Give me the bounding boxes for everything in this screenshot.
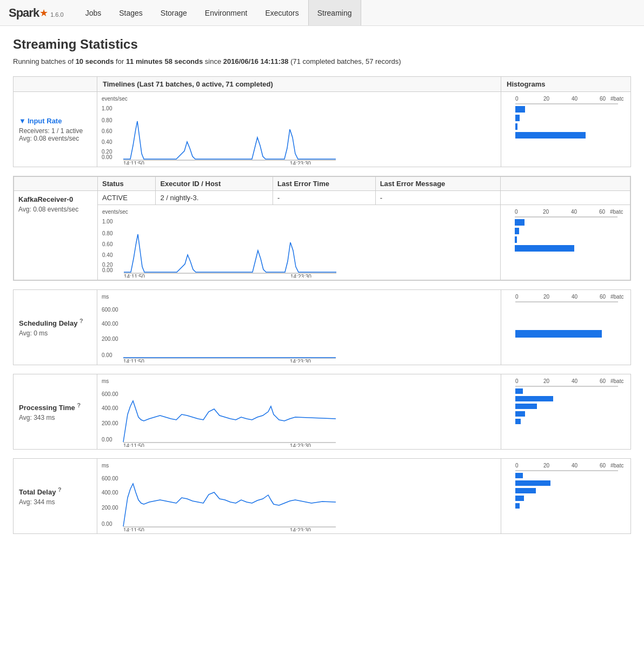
- nav-executors[interactable]: Executors: [256, 0, 308, 25]
- svg-text:60: 60: [600, 294, 606, 300]
- svg-text:14:23:30: 14:23:30: [290, 161, 311, 164]
- svg-text:#batches: #batches: [610, 96, 623, 102]
- svg-text:14:23:30: 14:23:30: [290, 274, 311, 278]
- svg-text:60: 60: [599, 209, 606, 215]
- svg-text:0.00: 0.00: [102, 437, 112, 443]
- svg-text:60: 60: [600, 463, 606, 469]
- total-delay-hist-cell: 0 20 40 60 #batches: [501, 459, 631, 534]
- svg-rect-38: [515, 236, 517, 243]
- svg-rect-69: [515, 388, 523, 394]
- svg-rect-19: [515, 132, 586, 138]
- total-delay-label-cell: Total Delay ? Avg: 344 ms: [14, 459, 97, 534]
- svg-text:400.00: 400.00: [102, 490, 118, 496]
- svg-rect-70: [515, 396, 553, 401]
- nav-links: Jobs Stages Storage Environment Executor…: [77, 0, 361, 25]
- triangle-icon: ▼: [19, 117, 26, 125]
- input-rate-timeline-chart: events/sec 1.00 0.80 0.60 0.40 0.20 0.00…: [101, 94, 338, 164]
- avg-info: Avg: 0.08 events/sec: [19, 135, 91, 142]
- receiver-table-outer: Status Executor ID / Host Last Error Tim…: [13, 176, 631, 281]
- svg-text:0: 0: [515, 378, 519, 384]
- receiver-hist-cell: 0 20 40 60 #batches: [501, 205, 630, 280]
- svg-rect-71: [515, 404, 537, 409]
- receiver-label-cell: KafkaReceiver-0 Avg: 0.08 events/sec: [14, 191, 98, 280]
- nav-jobs[interactable]: Jobs: [77, 0, 111, 25]
- scheduling-delay-chart: ms 600.00 400.00 200.00 0.00 14:11:50 14…: [101, 292, 338, 362]
- receiver-error-time: -: [273, 191, 376, 205]
- svg-rect-18: [515, 123, 517, 130]
- svg-text:#batches: #batches: [610, 463, 623, 469]
- svg-text:200.00: 200.00: [102, 420, 118, 426]
- status-header: Status: [98, 177, 156, 191]
- svg-text:600.00: 600.00: [102, 391, 118, 397]
- histograms-header: Histograms: [501, 77, 631, 92]
- receiver-name: KafkaReceiver-0: [18, 195, 93, 203]
- svg-text:0: 0: [515, 463, 519, 469]
- receiver-timeline-chart: events/sec 1.00 0.80 0.60 0.40 0.20 0.00: [101, 207, 339, 278]
- input-rate-timeline-cell: events/sec 1.00 0.80 0.60 0.40 0.20 0.00…: [97, 92, 501, 167]
- svg-text:1.00: 1.00: [102, 105, 112, 111]
- svg-text:0: 0: [515, 294, 519, 300]
- processing-time-table: Processing Time ? Avg: 343 ms ms 600.00 …: [13, 374, 631, 450]
- batch-interval: 10 seconds: [76, 57, 114, 65]
- svg-text:14:11:50: 14:11:50: [123, 161, 144, 164]
- svg-text:14:11:50: 14:11:50: [123, 527, 144, 531]
- executor-header: Executor ID / Host: [156, 177, 273, 191]
- svg-text:20: 20: [543, 463, 550, 469]
- input-rate-label-cell: ▼Input Rate Receivers: 1 / 1 active Avg:…: [14, 92, 97, 167]
- nav-environment[interactable]: Environment: [196, 0, 257, 25]
- total-delay-tooltip[interactable]: ?: [58, 486, 62, 493]
- receiver-executor: 2 / nightly-3.: [156, 191, 273, 205]
- svg-rect-37: [515, 228, 519, 234]
- svg-text:400.00: 400.00: [102, 321, 118, 327]
- svg-text:20: 20: [543, 378, 550, 384]
- scheduling-delay-label: Scheduling Delay ?: [19, 318, 91, 327]
- total-delay-avg: Avg: 344 ms: [19, 498, 91, 506]
- total-delay-label: Total Delay ?: [19, 486, 91, 496]
- error-time-header: Last Error Time: [273, 177, 376, 191]
- svg-rect-17: [515, 115, 520, 121]
- svg-text:1.00: 1.00: [102, 219, 113, 225]
- svg-text:40: 40: [572, 378, 578, 384]
- svg-text:ms: ms: [102, 294, 109, 300]
- input-rate-link[interactable]: ▼Input Rate: [19, 117, 62, 125]
- svg-text:60: 60: [600, 378, 606, 384]
- svg-text:0.40: 0.40: [102, 252, 113, 258]
- receivers-info: Receivers: 1 / 1 active: [19, 127, 91, 135]
- svg-text:14:23:30: 14:23:30: [290, 443, 311, 447]
- nav-stages[interactable]: Stages: [110, 0, 152, 25]
- processing-time-timeline-cell: ms 600.00 400.00 200.00 0.00 14:11:50 14…: [97, 374, 501, 450]
- svg-text:0.60: 0.60: [102, 241, 113, 247]
- error-msg-header: Last Error Message: [375, 177, 500, 191]
- duration: 11 minutes 58 seconds: [126, 57, 203, 65]
- nav-storage[interactable]: Storage: [152, 0, 196, 25]
- scheduling-delay-table: Scheduling Delay ? Avg: 0 ms ms 600.00 4…: [13, 289, 631, 365]
- svg-text:60: 60: [600, 96, 606, 102]
- processing-time-hist: 0 20 40 60 #batches: [504, 377, 623, 447]
- svg-text:14:11:50: 14:11:50: [123, 443, 144, 447]
- svg-text:40: 40: [572, 463, 578, 469]
- svg-text:14:23:30: 14:23:30: [290, 527, 311, 531]
- svg-text:200.00: 200.00: [102, 505, 118, 511]
- svg-rect-92: [515, 503, 520, 509]
- svg-rect-72: [515, 411, 525, 417]
- svg-rect-54: [515, 330, 602, 338]
- svg-text:20: 20: [543, 209, 549, 215]
- svg-rect-36: [515, 219, 525, 226]
- total-delay-chart: ms 600.00 400.00 200.00 0.00 14:11:50 14…: [101, 461, 338, 531]
- svg-rect-91: [515, 496, 524, 501]
- spark-star-icon: ★: [39, 7, 48, 19]
- svg-text:40: 40: [572, 294, 578, 300]
- svg-text:0.00: 0.00: [102, 267, 113, 273]
- since-time: 2016/06/16 14:11:38: [223, 57, 289, 65]
- svg-text:20: 20: [543, 96, 550, 102]
- processing-time-label: Processing Time ?: [19, 402, 91, 412]
- processing-time-label-cell: Processing Time ? Avg: 343 ms: [14, 374, 97, 450]
- brand: Spark ★ 1.6.0: [9, 6, 64, 20]
- total-delay-timeline-cell: ms 600.00 400.00 200.00 0.00 14:11:50 14…: [97, 459, 501, 534]
- scheduling-delay-hist: 0 20 40 60 #batches: [504, 292, 623, 362]
- svg-text:400.00: 400.00: [102, 405, 118, 411]
- processing-time-tooltip[interactable]: ?: [77, 402, 81, 408]
- scheduling-delay-tooltip[interactable]: ?: [79, 318, 83, 324]
- nav-streaming[interactable]: Streaming: [308, 0, 361, 25]
- total-delay-table: Total Delay ? Avg: 344 ms ms 600.00 400.…: [13, 458, 631, 534]
